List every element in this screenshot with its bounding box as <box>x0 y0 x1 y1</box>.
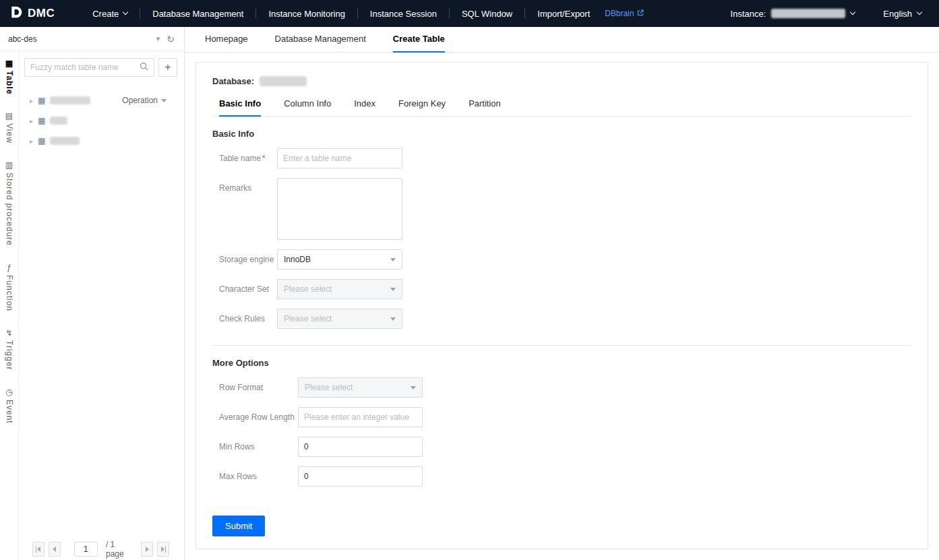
min-rows-label: Min Rows <box>219 442 298 452</box>
tab-database-management[interactable]: Database Management <box>275 34 366 52</box>
external-link-icon <box>637 9 644 18</box>
rail-item-function[interactable]: ƒ Function <box>5 263 14 311</box>
language-label: English <box>883 9 912 19</box>
nav-import-export[interactable]: Import/Export <box>525 0 602 27</box>
table-name-redacted <box>50 137 80 145</box>
submit-row: Submit <box>212 516 911 536</box>
prev-page-button[interactable] <box>49 542 61 557</box>
object-type-rail: ▦ Table ▤ View ▥ Stored procedure ƒ Func… <box>0 51 19 560</box>
search-icon[interactable] <box>140 62 148 73</box>
storage-engine-select[interactable]: InnoDB <box>277 249 402 270</box>
more-options-heading: More Options <box>212 358 911 368</box>
table-name-row: Table name* <box>219 148 911 168</box>
stored-procedure-icon: ▥ <box>5 161 13 169</box>
last-page-button[interactable] <box>157 542 169 557</box>
table-name-input[interactable] <box>277 148 402 168</box>
check-rules-placeholder: Please select <box>284 314 332 323</box>
avg-row-length-input[interactable] <box>298 407 423 427</box>
storage-engine-value: InnoDB <box>284 255 311 264</box>
dmc-logo[interactable]: DMC <box>0 5 80 22</box>
search-row: + <box>24 58 177 77</box>
remarks-textarea[interactable] <box>277 178 402 240</box>
table-tree-row[interactable]: ▸ ▦ Operation <box>24 90 177 111</box>
max-rows-input[interactable] <box>298 466 423 487</box>
max-rows-row: Max Rows <box>219 466 911 487</box>
chevron-down-icon <box>411 386 416 390</box>
first-page-button[interactable] <box>32 542 44 557</box>
tab-index[interactable]: Index <box>354 98 375 116</box>
table-tree: ▸ ▦ Operation ▸ ▦ ▸ <box>24 86 177 538</box>
topbar-right: Instance: English <box>731 9 939 19</box>
tab-column-info[interactable]: Column Info <box>284 98 331 116</box>
table-tree-row[interactable]: ▸ ▦ <box>24 131 177 151</box>
row-format-select[interactable]: Please select <box>298 377 423 398</box>
basic-info-heading: Basic Info <box>212 129 911 139</box>
expand-arrow-icon[interactable]: ▸ <box>30 137 33 145</box>
nav-instance-session-label: Instance Session <box>370 9 437 19</box>
rail-item-view[interactable]: ▤ View <box>5 112 14 144</box>
submit-button[interactable]: Submit <box>212 516 265 536</box>
nav-create[interactable]: Create <box>80 0 140 27</box>
table-tree-row[interactable]: ▸ ▦ <box>24 111 177 131</box>
character-set-label: Character Set <box>219 284 277 294</box>
more-options-form: Row Format Please select Average Row Len… <box>212 377 911 496</box>
next-page-button[interactable] <box>141 542 153 557</box>
pagination: 1 / 1 page <box>24 538 177 560</box>
nav-sql-window-label: SQL Window <box>462 9 512 19</box>
refresh-icon[interactable]: ↻ <box>166 34 175 44</box>
basic-info-form: Table name* Remarks Storage engine InnoD… <box>212 148 911 338</box>
nav-sql-window[interactable]: SQL Window <box>450 0 524 27</box>
topbar-nav: Create Database Management Instance Moni… <box>80 0 655 27</box>
expand-arrow-icon[interactable]: ▸ <box>30 97 33 104</box>
row-format-label: Row Format <box>219 383 298 392</box>
instance-selector[interactable]: Instance: <box>731 9 855 19</box>
nav-instance-session[interactable]: Instance Session <box>358 0 449 27</box>
check-rules-row: Check Rules Please select <box>219 309 911 329</box>
rail-item-event[interactable]: ◷ Event <box>5 388 14 424</box>
nav-database-management[interactable]: Database Management <box>140 0 255 27</box>
tab-homepage[interactable]: Homepage <box>205 34 248 52</box>
check-rules-label: Check Rules <box>219 314 277 323</box>
storage-engine-row: Storage engine InnoDB <box>219 249 911 270</box>
sidebar-body: ▦ Table ▤ View ▥ Stored procedure ƒ Func… <box>0 51 184 560</box>
max-rows-label: Max Rows <box>219 472 298 481</box>
page-total-label: / 1 page <box>106 540 129 559</box>
current-page-input[interactable]: 1 <box>74 542 98 557</box>
check-rules-select[interactable]: Please select <box>277 309 402 329</box>
chevron-down-icon[interactable]: ▾ <box>156 34 160 43</box>
language-selector[interactable]: English <box>883 9 921 19</box>
nav-dbbrain-label: DBbrain <box>605 9 634 18</box>
chevron-down-icon <box>390 288 396 291</box>
nav-dbbrain-link[interactable]: DBbrain <box>602 0 655 27</box>
remarks-row: Remarks <box>219 178 911 240</box>
rail-item-table[interactable]: ▦ Table <box>5 59 14 94</box>
nav-import-export-label: Import/Export <box>537 9 590 19</box>
database-selector[interactable]: abc-des ▾ ↻ <box>0 27 184 51</box>
min-rows-input[interactable] <box>298 437 423 457</box>
add-table-button[interactable]: + <box>158 58 177 77</box>
rail-label-view: View <box>5 123 14 144</box>
remarks-label: Remarks <box>219 178 277 193</box>
tab-create-table[interactable]: Create Table <box>393 34 445 52</box>
tab-basic-info[interactable]: Basic Info <box>219 98 261 116</box>
table-list-panel: + ▸ ▦ Operation ▸ ▦ <box>19 51 184 560</box>
rail-label-event: Event <box>5 400 14 424</box>
row-format-row: Row Format Please select <box>219 377 911 398</box>
tab-foreign-key[interactable]: Foreign Key <box>398 98 446 116</box>
rail-item-trigger[interactable]: ↯ Trigger <box>5 329 14 371</box>
chevron-down-icon <box>390 258 396 261</box>
operation-dropdown[interactable]: Operation <box>122 96 177 105</box>
main-tabbar: Homepage Database Management Create Tabl… <box>185 27 939 53</box>
avg-row-length-label: Average Row Length <box>219 412 298 422</box>
rail-item-stored-procedure[interactable]: ▥ Stored procedure <box>5 161 14 246</box>
rail-label-stored-procedure: Stored procedure <box>5 173 14 246</box>
nav-instance-monitoring[interactable]: Instance Monitoring <box>256 0 357 27</box>
rail-label-trigger: Trigger <box>5 340 14 371</box>
table-name-redacted <box>50 96 90 104</box>
search-input[interactable] <box>30 63 140 72</box>
expand-arrow-icon[interactable]: ▸ <box>30 117 33 125</box>
tab-partition[interactable]: Partition <box>468 98 501 116</box>
chevron-down-icon <box>161 99 166 102</box>
character-set-select[interactable]: Please select <box>277 279 402 299</box>
table-icon: ▦ <box>38 116 45 125</box>
